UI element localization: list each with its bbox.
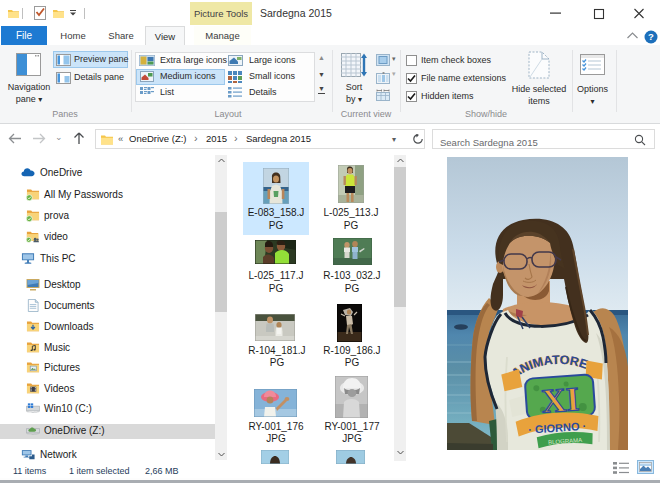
svg-text:?: ? [648,31,654,42]
